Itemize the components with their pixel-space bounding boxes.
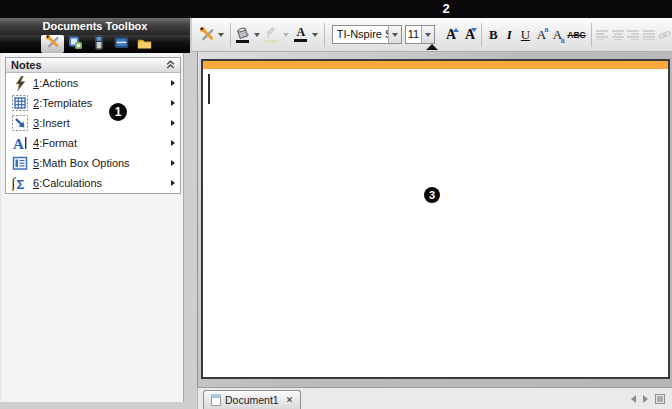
submenu-arrow-icon — [171, 100, 175, 106]
toolbar-separator — [324, 23, 325, 47]
increase-arrow-icon — [453, 28, 459, 32]
subscript-button[interactable]: A a — [550, 23, 566, 47]
dropdown-caret-icon[interactable] — [254, 33, 260, 37]
link-icon — [658, 29, 671, 41]
templates-grid-icon — [11, 95, 29, 111]
tab-document-tools[interactable] — [41, 35, 64, 53]
italic-button[interactable]: I — [501, 23, 517, 47]
document-tools-wrench-icon — [45, 34, 61, 54]
page-accent-bar — [203, 61, 668, 69]
previous-page-icon[interactable] — [631, 395, 636, 403]
lightning-bolt-icon — [11, 75, 29, 91]
insert-arrow-icon — [11, 115, 29, 131]
application-window: 2 Documents Toolbox — [0, 0, 672, 409]
submenu-arrow-icon — [171, 120, 175, 126]
align-left-button[interactable] — [595, 23, 609, 47]
text-cursor — [208, 74, 210, 104]
submenu-arrow-icon — [171, 160, 175, 166]
font-family-select[interactable]: TI-Nspire Sans — [332, 25, 402, 44]
align-center-button[interactable] — [611, 23, 625, 47]
dropdown-caret-icon[interactable] — [312, 33, 318, 37]
notes-panel-header: Notes — [6, 58, 180, 73]
bold-button[interactable]: B — [485, 23, 501, 47]
tab-page-sorter[interactable] — [64, 35, 87, 53]
decrease-font-size-button[interactable]: A — [462, 23, 479, 47]
page-sorter-view-icon[interactable] — [655, 394, 665, 404]
font-family-dropdown-button[interactable] — [388, 26, 401, 43]
toolbar-collapse-arrow[interactable] — [426, 44, 438, 50]
document-tab[interactable]: Document1 ✕ — [203, 390, 301, 409]
fill-color-swatch — [236, 40, 249, 43]
font-family-value: TI-Nspire Sans — [333, 26, 388, 43]
next-page-icon[interactable] — [643, 395, 648, 403]
notes-panel-title: Notes — [11, 59, 42, 71]
page-navigation — [631, 394, 665, 404]
toolbox-tab-strip — [0, 35, 190, 53]
align-right-icon — [627, 30, 639, 40]
document-tools-button[interactable] — [199, 23, 216, 47]
highlighter-icon — [264, 27, 279, 39]
highlight-color-button[interactable] — [263, 23, 281, 47]
integral-sigma-icon: ∫ Σ — [11, 175, 29, 191]
annotation-top-bar: 2 — [0, 0, 672, 18]
toolbar-separator — [481, 23, 482, 47]
svg-text:A: A — [13, 136, 24, 152]
submenu-arrow-icon — [171, 80, 175, 86]
increase-font-size-button[interactable]: A — [443, 23, 460, 47]
documents-toolbox-title: Documents Toolbox — [0, 18, 190, 35]
menu-item-math-box-options[interactable]: 5:Math Box Options — [6, 153, 180, 173]
close-tab-icon[interactable]: ✕ — [286, 395, 294, 405]
submenu-arrow-icon — [171, 180, 175, 186]
highlight-color-swatch — [265, 40, 278, 43]
callout-1: 1 — [109, 103, 127, 121]
submenu-arrow-icon — [171, 140, 175, 146]
superscript-button[interactable]: A a — [533, 23, 549, 47]
svg-text:Σ: Σ — [17, 177, 25, 192]
wrench-icon — [199, 26, 216, 43]
callout-3: 3 — [424, 187, 440, 203]
text-color-letter: A — [297, 27, 306, 38]
dropdown-caret-icon[interactable] — [283, 33, 289, 37]
align-justify-button[interactable] — [642, 23, 656, 47]
toolbar-separator — [591, 23, 592, 47]
paint-bucket-icon — [235, 27, 250, 39]
callout-2: 2 — [434, 1, 458, 16]
document-tab-label: Document1 — [225, 394, 279, 406]
tab-smartview-emulator[interactable] — [87, 35, 110, 53]
font-size-dropdown-button[interactable] — [421, 26, 434, 43]
fill-color-button[interactable] — [234, 23, 252, 47]
format-letter-icon: A — [11, 135, 29, 151]
align-justify-icon — [643, 30, 655, 40]
align-center-icon — [612, 30, 624, 40]
notes-menu-panel: Notes 1:Actions — [5, 57, 181, 194]
utilities-folder-icon — [137, 35, 152, 53]
collapse-panel-icon[interactable] — [166, 59, 175, 71]
font-size-value: 11 — [406, 26, 421, 43]
menu-item-calculations[interactable]: ∫ Σ 6:Calculations — [6, 173, 180, 193]
font-size-select[interactable]: 11 — [405, 25, 435, 44]
text-color-button[interactable]: A — [292, 23, 310, 47]
menu-item-templates[interactable]: 2:Templates — [6, 93, 180, 113]
content-explorer-icon — [114, 35, 129, 53]
document-icon — [211, 394, 221, 406]
align-right-button[interactable] — [626, 23, 640, 47]
document-workspace — [197, 52, 672, 387]
strikethrough-button[interactable]: ABC — [566, 23, 588, 47]
decrease-arrow-icon — [471, 28, 477, 32]
toolbar-separator — [230, 23, 231, 47]
tab-utilities[interactable] — [133, 35, 156, 53]
document-tab-bar: Document1 ✕ — [197, 387, 672, 409]
page-sorter-icon — [68, 35, 83, 54]
smartview-emulator-icon — [95, 35, 103, 54]
document-page[interactable] — [201, 59, 670, 379]
tab-content-explorer[interactable] — [110, 35, 133, 53]
menu-item-insert[interactable]: 3:Insert — [6, 113, 180, 133]
underline-button[interactable]: U — [517, 23, 533, 47]
text-color-swatch — [294, 39, 307, 42]
math-box-icon — [11, 155, 29, 171]
menu-item-format[interactable]: A 4:Format — [6, 133, 180, 153]
insert-link-button[interactable] — [657, 23, 671, 47]
menu-item-actions[interactable]: 1:Actions — [6, 73, 180, 93]
dropdown-caret-icon[interactable] — [218, 33, 224, 37]
align-left-icon — [596, 30, 608, 40]
